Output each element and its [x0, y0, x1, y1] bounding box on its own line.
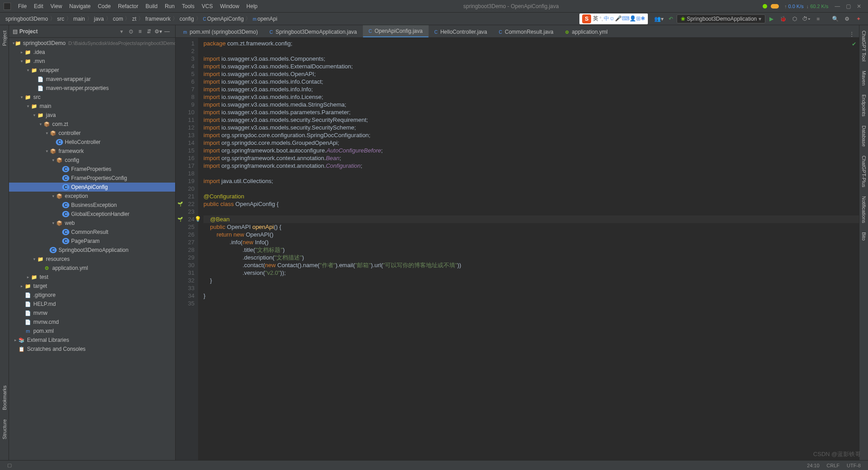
right-tool-tab[interactable]: Endpoints [861, 93, 867, 118]
code-line[interactable]: import org.springframework.context.annot… [203, 162, 859, 170]
tree-item[interactable]: ▾📦config [9, 156, 175, 165]
code-line[interactable]: .contact(new Contact().name("作者").email(… [203, 261, 859, 269]
tree-item[interactable]: ▸📁.idea [9, 48, 175, 57]
editor-tab[interactable]: mpom.xml (springboot3Demo) [177, 26, 264, 37]
line-number[interactable]: 6 [176, 78, 194, 85]
code-line[interactable] [203, 300, 859, 307]
code-editor[interactable]: 12345678910111213141516171819202122🌱2324… [176, 38, 859, 460]
menu-code[interactable]: Code [94, 3, 114, 9]
line-number[interactable]: 30 [176, 261, 194, 269]
code-line[interactable]: import org.springframework.boot.autoconf… [203, 147, 859, 154]
tree-item[interactable]: CSpringboot3DemoApplication [9, 246, 175, 255]
ime-icon[interactable]: ☺ [609, 15, 615, 22]
line-number[interactable]: 20 [176, 185, 194, 192]
tabs-more-icon[interactable]: ⋮ [845, 31, 859, 37]
right-tool-tab[interactable]: Bito [861, 230, 867, 242]
tree-arrow-icon[interactable]: ▾ [50, 158, 56, 162]
profile-button[interactable]: ⏱▾ [801, 14, 811, 24]
run-config-selector[interactable]: ❀ Springboot3DemoApplication ▾ [677, 14, 765, 23]
code-line[interactable]: package com.zt.framework.config; [203, 40, 859, 47]
menu-tools[interactable]: Tools [178, 3, 198, 9]
right-tool-tab[interactable]: ChatGPT Tool [861, 29, 867, 63]
code-line[interactable] [203, 208, 859, 215]
line-number[interactable]: 17 [176, 162, 194, 170]
line-number[interactable]: 33 [176, 284, 194, 292]
code-line[interactable]: import io.swagger.v3.oas.models.info.Con… [203, 78, 859, 85]
line-number[interactable]: 14 [176, 139, 194, 147]
line-number[interactable]: 5 [176, 70, 194, 78]
intention-bulb-icon[interactable]: 💡 [194, 215, 201, 223]
caret-position[interactable]: 24:10 [807, 463, 820, 468]
tree-item[interactable]: ▾📦controller [9, 129, 175, 138]
code-line[interactable]: @Configuration [203, 192, 859, 200]
right-tool-tab[interactable]: Maven [861, 69, 867, 87]
tree-arrow-icon[interactable]: ▸ [19, 284, 24, 288]
breadcrumb-item[interactable]: java [92, 16, 106, 22]
structure-tool-tab[interactable]: Structure [2, 417, 7, 441]
line-number[interactable]: 25 [176, 223, 194, 231]
line-number[interactable]: 34 [176, 292, 194, 300]
line-number[interactable]: 16 [176, 154, 194, 162]
line-number[interactable]: 26 [176, 231, 194, 238]
tree-item[interactable]: ▾📁java [9, 111, 175, 120]
code-line[interactable] [203, 47, 859, 55]
line-number[interactable]: 2 [176, 47, 194, 55]
tree-item[interactable]: ⚙application.yml [9, 264, 175, 273]
line-number[interactable]: 22🌱 [176, 200, 194, 208]
line-number[interactable]: 19 [176, 177, 194, 185]
tree-item[interactable]: CPageParam [9, 237, 175, 246]
tree-item[interactable]: mpom.xml [9, 327, 175, 336]
right-tool-tab[interactable]: Database [861, 124, 867, 148]
run-button[interactable]: ▶ [766, 14, 776, 24]
tree-item[interactable]: ▾📦web [9, 219, 175, 228]
search-icon[interactable]: 🔍 [830, 14, 840, 24]
gutter-marker-icon[interactable]: 🌱 [177, 215, 183, 223]
tree-item[interactable]: ▸📚External Libraries [9, 336, 175, 345]
tree-item[interactable]: ▸📁target [9, 282, 175, 291]
menu-refactor[interactable]: Refactor [114, 3, 142, 9]
tree-item[interactable]: COpenApiConfig [9, 183, 175, 192]
code-line[interactable]: import io.swagger.v3.oas.models.OpenAPI; [203, 70, 859, 78]
code-line[interactable]: .title("文档标题") [203, 246, 859, 254]
tree-item[interactable]: CGlobalExceptionHandler [9, 210, 175, 219]
users-icon[interactable]: 👥▾ [654, 14, 664, 24]
menu-vcs[interactable]: VCS [198, 3, 217, 9]
tree-item[interactable]: ▾📁springboot3DemoD:\BaiduSyncdisk\IdeaPr… [9, 39, 175, 48]
ime-icon[interactable]: 👤 [629, 15, 636, 22]
minimize-button[interactable]: — [832, 3, 843, 9]
code-line[interactable]: import java.util.Collections; [203, 177, 859, 185]
tree-item[interactable]: ▾📦com.zt [9, 120, 175, 129]
tree-arrow-icon[interactable]: ▾ [32, 257, 37, 261]
debug-button[interactable]: 🐞 [778, 14, 788, 24]
tree-item[interactable]: ▾📦exception [9, 192, 175, 201]
code-line[interactable]: import io.swagger.v3.oas.models.info.Inf… [203, 85, 859, 93]
tree-item[interactable]: CCommonResult [9, 228, 175, 237]
code-line[interactable]: .description("文档描述") [203, 254, 859, 261]
tree-arrow-icon[interactable]: ▸ [19, 50, 24, 54]
ime-icon[interactable]: ⊞ [636, 15, 641, 22]
breadcrumb-item[interactable]: com [111, 16, 125, 22]
editor-tab[interactable]: CSpringboot3DemoApplication.java [264, 26, 363, 37]
code-line[interactable]: return new OpenAPI() [203, 231, 859, 238]
ime-toolbar[interactable]: S 英 °, 中☺🎤⌨👤⊞✱ [579, 13, 647, 24]
tree-item[interactable]: 📄maven-wrapper.properties [9, 84, 175, 93]
menu-build[interactable]: Build [142, 3, 161, 9]
code-line[interactable]: import io.swagger.v3.oas.models.Componen… [203, 55, 859, 63]
coverage-button[interactable]: ⬡ [790, 14, 800, 24]
gutter-marker-icon[interactable]: 🌱 [177, 200, 183, 208]
line-number[interactable]: 12 [176, 124, 194, 131]
editor-tab[interactable]: CHelloController.java [429, 26, 493, 37]
tree-arrow-icon[interactable]: ▸ [25, 275, 31, 279]
line-number[interactable]: 3 [176, 55, 194, 63]
inspection-ok-icon[interactable]: ✔ [852, 40, 856, 48]
line-number[interactable]: 23 [176, 208, 194, 215]
tree-arrow-icon[interactable]: ▾ [44, 149, 50, 153]
breadcrumb-item[interactable]: main [72, 16, 87, 22]
line-number[interactable]: 13 [176, 131, 194, 139]
line-number[interactable]: 31 [176, 269, 194, 277]
code-line[interactable]: public class OpenApiConfig { [203, 200, 859, 208]
tree-item[interactable]: 📄mvnw.cmd [9, 318, 175, 327]
code-line[interactable]: import io.swagger.v3.oas.models.media.St… [203, 101, 859, 108]
code-line[interactable]: @Bean💡 [203, 215, 859, 223]
line-number[interactable]: 10 [176, 108, 194, 116]
